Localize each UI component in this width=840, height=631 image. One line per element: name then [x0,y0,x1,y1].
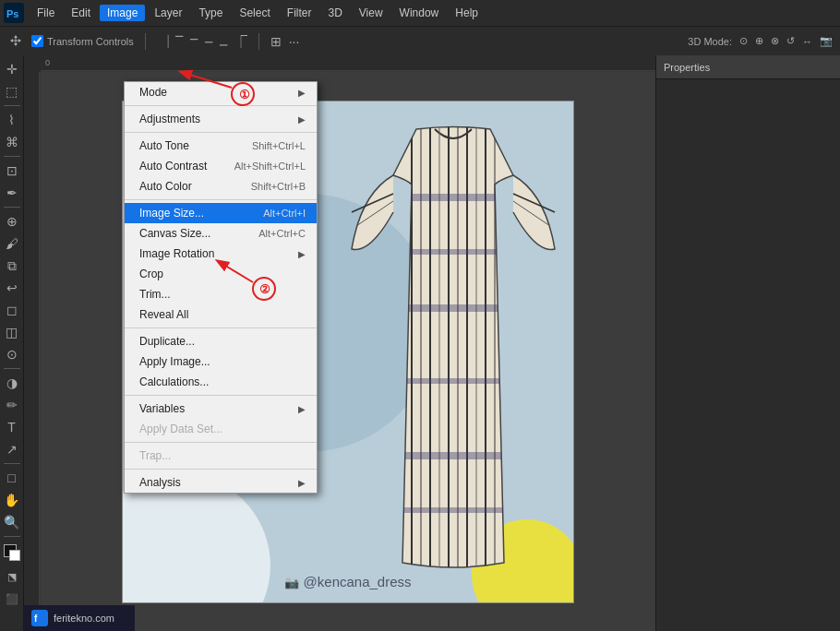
dd-duplicate[interactable]: Duplicate... [125,331,317,351]
dd-image-size[interactable]: Image Size... Alt+Ctrl+I [125,203,317,223]
menu-edit[interactable]: Edit [64,5,98,21]
ruler-v-svg [24,72,41,631]
dress-svg [342,120,564,572]
dd-crop[interactable]: Crop [125,264,317,284]
menu-type[interactable]: Type [191,5,230,21]
svg-rect-17 [393,304,522,312]
right-panel-header: Properties [656,55,840,79]
distribute-icon[interactable]: ⊞ [270,34,282,49]
dd-apply-image[interactable]: Apply Image... [125,351,317,372]
3d-pan-icon[interactable]: ⊕ [755,35,763,47]
eyedropper-tool[interactable]: ✒ [2,183,22,203]
menu-image[interactable]: Image [100,5,145,21]
menu-view[interactable]: View [352,5,390,21]
eraser-tool[interactable]: ◻ [2,300,22,320]
shape-tool[interactable]: □ [2,468,22,488]
menu-help[interactable]: Help [448,5,486,21]
options-bar: Transform Controls ⎹ ⎺ ⎻ ⎼ ⎽ ⎾ ⊞ ··· 3D … [0,26,840,55]
3d-rotate-icon[interactable]: ↺ [786,35,795,47]
transform-controls-label: Transform Controls [47,36,134,47]
left-toolbar: ✛ ⬚ ⌇ ⌘ ⊡ ✒ ⊕ 🖌 ⧉ ↩ ◻ ◫ ⊙ ◑ ✏ T ↗ □ ✋ 🔍 … [0,55,24,631]
transform-controls-checkbox[interactable]: Transform Controls [31,35,134,47]
menu-3d[interactable]: 3D [320,5,349,21]
dd-sep-7 [125,469,317,470]
main-layout: ✛ ⬚ ⌇ ⌘ ⊡ ✒ ⊕ 🖌 ⧉ ↩ ◻ ◫ ⊙ ◑ ✏ T ↗ □ ✋ 🔍 … [0,55,840,631]
dd-auto-tone[interactable]: Auto Tone Shift+Ctrl+L [125,136,317,156]
camera-icon[interactable]: 📷 [820,35,833,47]
right-panel: Properties [655,55,840,631]
feritekno-logo: f feritekno.com [24,605,135,631]
3d-orbit-icon[interactable]: ⊙ [739,35,748,47]
hand-tool[interactable]: ✋ [2,490,22,510]
menu-filter[interactable]: Filter [280,5,319,21]
dd-variables[interactable]: Variables ▶ [125,399,317,419]
align-left-icon[interactable]: ⎹ [157,33,168,49]
transform-controls-input[interactable] [31,35,43,47]
align-middle-icon[interactable]: ⎽ [220,34,227,49]
dd-adjustments[interactable]: Adjustments ▶ [125,109,317,129]
align-bottom-icon[interactable]: ⎾ [234,34,247,49]
dd-image-rotation[interactable]: Image Rotation ▶ [125,244,317,264]
dd-apply-data-set: Apply Data Set... [125,419,317,439]
align-center-icon[interactable]: ⎺ [175,34,183,49]
dd-auto-contrast[interactable]: Auto Contrast Alt+Shift+Ctrl+L [125,156,317,176]
photoshop-logo-icon: Ps [4,3,24,23]
text-tool[interactable]: T [2,417,22,437]
mode-label: 3D Mode: [688,36,732,47]
align-top-icon[interactable]: ⎼ [205,34,212,49]
healing-tool[interactable]: ⊕ [2,211,22,232]
menu-file[interactable]: File [30,5,62,21]
foreground-color[interactable] [2,542,22,563]
lasso-tool[interactable]: ⌇ [2,110,22,130]
gradient-tool[interactable]: ◫ [2,322,22,342]
dd-sep-5 [125,395,317,396]
canvas-area: 0 Daster Lowo Rp100.000 Rp85.000 [24,55,655,631]
toolbar-divider-6 [4,536,20,537]
dd-auto-color[interactable]: Auto Color Shift+Ctrl+B [125,176,317,196]
pen-tool[interactable]: ✏ [2,395,22,415]
ruler-horizontal: 0 [41,55,655,72]
dd-calculations[interactable]: Calculations... [125,372,317,392]
svg-text:0: 0 [45,58,50,67]
dd-canvas-size[interactable]: Canvas Size... Alt+Ctrl+C [125,223,317,244]
right-panel-title: Properties [664,62,710,73]
options-divider-2 [258,33,259,50]
menu-select[interactable]: Select [232,5,277,21]
crop-tool[interactable]: ⊡ [2,161,22,181]
toolbar-divider-1 [4,105,20,106]
zoom-tool[interactable]: 🔍 [2,512,22,532]
brand-instagram: 📷 @kencana_dress [123,574,573,589]
dd-variables-arrow: ▶ [298,404,306,414]
dd-analysis[interactable]: Analysis ▶ [125,472,317,493]
screen-mode-icon[interactable]: ⬛ [2,589,22,609]
move-tool[interactable]: ✛ [2,59,22,79]
dodge-tool[interactable]: ◑ [2,373,22,393]
menu-window[interactable]: Window [392,5,447,21]
magic-wand-tool[interactable]: ⌘ [2,132,22,152]
3d-slide-icon[interactable]: ↔ [802,36,812,47]
quick-mask-icon[interactable]: ⬔ [2,566,22,587]
ruler-corner [24,55,41,72]
clone-tool[interactable]: ⧉ [2,256,22,276]
image-dropdown-menu[interactable]: Mode ▶ Adjustments ▶ Auto Tone Shift+Ctr… [124,81,318,494]
dd-trim[interactable]: Trim... [125,284,317,304]
menu-layer[interactable]: Layer [147,5,189,21]
dd-sep-2 [125,132,317,133]
svg-text:Ps: Ps [6,8,18,19]
options-divider-1 [145,33,146,50]
blur-tool[interactable]: ⊙ [2,344,22,364]
dots-menu[interactable]: ··· [289,34,300,49]
dd-sep-1 [125,105,317,106]
toolbar-divider-2 [4,156,20,157]
align-right-icon[interactable]: ⎻ [190,34,198,49]
history-tool[interactable]: ↩ [2,278,22,298]
dd-rotation-arrow: ▶ [298,249,306,259]
dd-reveal-all[interactable]: Reveal All [125,304,317,325]
path-tool[interactable]: ↗ [2,439,22,459]
dd-mode[interactable]: Mode ▶ [125,82,317,102]
brush-tool[interactable]: 🖌 [2,233,22,254]
dd-mode-arrow: ▶ [298,88,306,98]
3d-zoom-icon[interactable]: ⊗ [771,35,779,47]
marquee-tool[interactable]: ⬚ [2,81,22,101]
feritekno-site-label: feritekno.com [54,613,114,624]
